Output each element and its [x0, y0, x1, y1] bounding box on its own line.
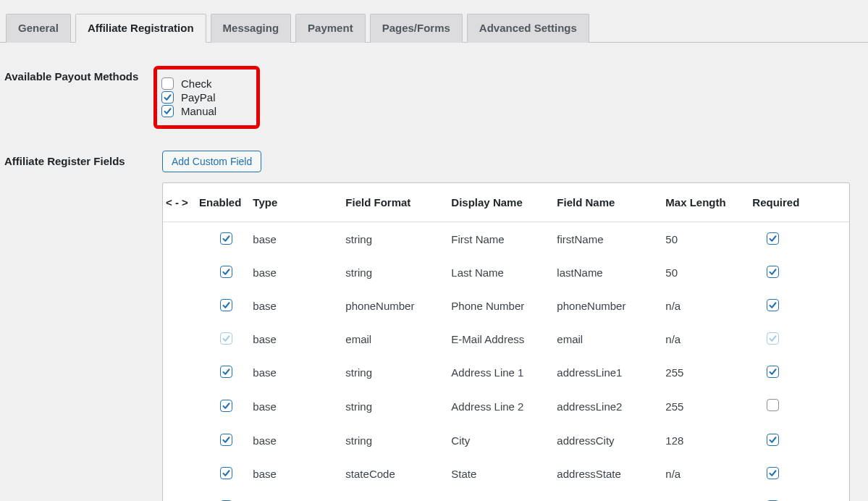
th-enabled: Enabled	[199, 183, 245, 222]
cell-drag[interactable]	[163, 256, 199, 289]
checkbox-required[interactable]	[767, 434, 779, 446]
cell-max-length: 255	[658, 389, 752, 424]
cell-max-length: n/a	[658, 457, 752, 490]
checkbox-enabled[interactable]	[220, 266, 232, 278]
checkbox-enabled[interactable]	[220, 332, 232, 345]
cell-field-format: stateCode	[338, 457, 444, 490]
checkbox-payout-check[interactable]	[161, 77, 174, 90]
table-row: basezipCodeZip CodeaddressZipCoden/a	[163, 490, 849, 501]
th-drag: < - >	[163, 183, 199, 222]
th-field-format: Field Format	[338, 183, 444, 222]
checkbox-payout-paypal[interactable]	[161, 91, 174, 104]
table-row: basestringAddress Line 2addressLine2255	[163, 389, 849, 424]
table-row: basestringCityaddressCity128	[163, 424, 849, 457]
tab-pages-forms[interactable]: Pages/Forms	[370, 14, 463, 43]
checkbox-required[interactable]	[767, 299, 779, 311]
cell-field-format: string	[338, 424, 444, 457]
checkbox-payout-manual[interactable]	[161, 105, 174, 117]
cell-field-format: email	[338, 322, 444, 355]
cell-type: base	[245, 490, 338, 501]
cell-drag[interactable]	[163, 289, 199, 322]
cell-type: base	[245, 222, 338, 256]
cell-drag[interactable]	[163, 457, 199, 490]
cell-type: base	[245, 256, 338, 289]
cell-type: base	[245, 389, 338, 424]
cell-max-length: n/a	[658, 490, 752, 501]
cell-max-length: 255	[658, 355, 752, 389]
cell-max-length: n/a	[658, 289, 752, 322]
checkbox-enabled[interactable]	[220, 299, 232, 311]
cell-field-name: firstName	[549, 222, 658, 256]
cell-drag[interactable]	[163, 389, 199, 424]
checkbox-enabled[interactable]	[220, 434, 232, 446]
cell-field-name: addressState	[549, 457, 658, 490]
fields-table-container: < - > Enabled Type Field Format Display …	[162, 182, 850, 501]
cell-drag[interactable]	[163, 322, 199, 355]
cell-field-name: lastName	[549, 256, 658, 289]
cell-drag[interactable]	[163, 490, 199, 501]
checkbox-enabled[interactable]	[220, 232, 232, 245]
cell-field-name: email	[549, 322, 658, 355]
tab-messaging[interactable]: Messaging	[211, 14, 292, 43]
cell-display-name: State	[444, 457, 549, 490]
cell-display-name: Zip Code	[444, 490, 549, 501]
checkbox-enabled[interactable]	[220, 366, 232, 378]
cell-field-name: addressLine2	[549, 389, 658, 424]
cell-display-name: Last Name	[444, 256, 549, 289]
checkbox-required[interactable]	[767, 332, 779, 345]
cell-type: base	[245, 424, 338, 457]
th-required: Required	[752, 183, 849, 222]
cell-drag[interactable]	[163, 424, 199, 457]
row-register-fields: Affiliate Register Fields Add Custom Fie…	[0, 151, 868, 501]
cell-type: base	[245, 289, 338, 322]
fields-table: < - > Enabled Type Field Format Display …	[163, 183, 849, 501]
tab-affiliate-registration[interactable]: Affiliate Registration	[75, 14, 206, 43]
cell-field-format: zipCode	[338, 490, 444, 501]
checkbox-required[interactable]	[767, 467, 779, 479]
tab-advanced-settings[interactable]: Advanced Settings	[467, 14, 589, 43]
label-payout-manual: Manual	[181, 105, 216, 117]
cell-field-name: addressLine1	[549, 355, 658, 389]
cell-field-name: phoneNumber	[549, 289, 658, 322]
cell-drag[interactable]	[163, 355, 199, 389]
table-row: basestateCodeStateaddressStaten/a	[163, 457, 849, 490]
checkbox-enabled[interactable]	[220, 400, 232, 412]
checkbox-required[interactable]	[767, 399, 779, 411]
cell-max-length: n/a	[658, 322, 752, 355]
add-custom-field-button[interactable]: Add Custom Field	[162, 151, 261, 172]
checkbox-required[interactable]	[767, 266, 779, 278]
checkbox-required[interactable]	[767, 366, 779, 378]
checkbox-enabled[interactable]	[220, 467, 232, 479]
table-row: basestringAddress Line 1addressLine1255	[163, 355, 849, 389]
cell-max-length: 128	[658, 424, 752, 457]
th-max-length: Max Length	[658, 183, 752, 222]
cell-type: base	[245, 457, 338, 490]
cell-type: base	[245, 355, 338, 389]
cell-display-name: Address Line 2	[444, 389, 549, 424]
th-type: Type	[245, 183, 338, 222]
th-field-name: Field Name	[549, 183, 658, 222]
checkbox-required[interactable]	[767, 232, 779, 245]
tab-payment[interactable]: Payment	[295, 14, 366, 43]
payout-highlight-box: Check PayPal Manual	[153, 66, 260, 129]
cell-field-name: addressCity	[549, 424, 658, 457]
cell-display-name: City	[444, 424, 549, 457]
cell-field-format: string	[338, 355, 444, 389]
tab-general[interactable]: General	[6, 14, 71, 43]
cell-display-name: E-Mail Address	[444, 322, 549, 355]
cell-field-name: addressZipCode	[549, 490, 658, 501]
th-display-name: Display Name	[444, 183, 549, 222]
row-payout-methods: Available Payout Methods Check PayPal Ma…	[0, 66, 868, 129]
table-row: basephoneNumberPhone NumberphoneNumbern/…	[163, 289, 849, 322]
cell-display-name: Phone Number	[444, 289, 549, 322]
label-payout-methods: Available Payout Methods	[4, 66, 162, 83]
cell-display-name: Address Line 1	[444, 355, 549, 389]
cell-field-format: string	[338, 389, 444, 424]
table-row: basestringLast NamelastName50	[163, 256, 849, 289]
cell-type: base	[245, 322, 338, 355]
cell-max-length: 50	[658, 256, 752, 289]
cell-drag[interactable]	[163, 222, 199, 256]
table-row: baseemailE-Mail Addressemailn/a	[163, 322, 849, 355]
cell-field-format: string	[338, 222, 444, 256]
label-payout-paypal: PayPal	[181, 91, 216, 104]
